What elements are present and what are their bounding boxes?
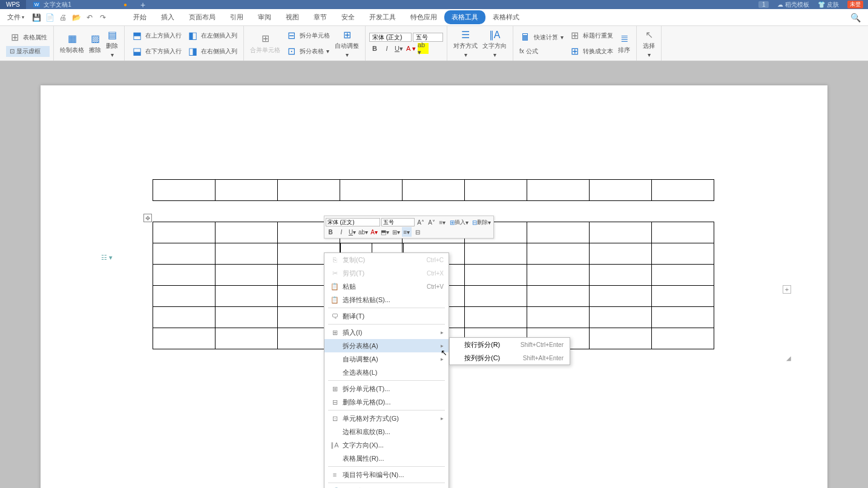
doc-icon: W (33, 2, 41, 7)
formula-button[interactable]: fx 公式 (517, 46, 566, 57)
ctx-cut: ✂ 剪切(T) Ctrl+X (324, 266, 449, 280)
split-table-button[interactable]: ⊡拆分表格 ▾ (283, 44, 332, 59)
redo-icon[interactable]: ↷ (98, 13, 108, 22)
mini-borders[interactable]: ⊞▾ (391, 227, 401, 237)
print-icon[interactable]: 🖨 (58, 13, 68, 22)
autofit-button[interactable]: ⊞自动调整 ▾ (332, 27, 361, 59)
tab-special[interactable]: 特色应用 (403, 10, 444, 24)
to-text-button[interactable]: ⊞转换成文本 (566, 44, 616, 59)
tab-insert[interactable]: 插入 (154, 10, 182, 24)
undo-icon[interactable]: ↶ (85, 13, 94, 22)
tab-table-tools[interactable]: 表格工具 (444, 10, 485, 24)
login-badge[interactable]: 未登 (847, 1, 863, 8)
tab-section[interactable]: 章节 (306, 10, 334, 24)
context-menu: ⎘ 复制(C) Ctrl+C ✂ 剪切(T) Ctrl+X 📋 粘贴 Ctrl+… (324, 252, 449, 488)
ctx-translate[interactable]: 🗨 翻译(T) (324, 309, 449, 323)
italic-button[interactable]: I (381, 43, 392, 54)
user-number[interactable]: 1 (758, 1, 769, 8)
mini-align[interactable]: ≡▾ (402, 227, 412, 237)
insert-row-below[interactable]: ⬓在下方插入行 (128, 44, 184, 59)
mini-italic[interactable]: I (337, 227, 346, 237)
ctx-bullets[interactable]: ≡ 项目符号和编号(N)... (324, 468, 449, 481)
tab-table-style[interactable]: 表格样式 (485, 10, 527, 24)
table-1[interactable] (153, 179, 714, 201)
file-menu[interactable]: 文件 ▾ (2, 12, 29, 23)
save-icon[interactable]: 💾 (31, 13, 41, 22)
titlebar: WPS W 文字文稿1 ● + 1 ☁ 稻壳模板 👕 皮肤 未登 (0, 0, 868, 9)
open-icon[interactable]: 📂 (71, 13, 81, 22)
table-move-handle[interactable]: ✥ (143, 214, 152, 222)
mini-bold[interactable]: B (326, 227, 335, 237)
quick-calc-button[interactable]: 🖩快速计算 ▾ (517, 30, 566, 45)
ctx-autofit[interactable]: 自动调整(A) ▸ (324, 352, 449, 366)
delete-button[interactable]: ▤删除 ▾ (104, 27, 120, 59)
draw-table-button[interactable]: ▦绘制表格 (58, 31, 87, 56)
mini-fontcolor[interactable]: A▾ (369, 227, 379, 237)
skin-link[interactable]: 👕 皮肤 (818, 1, 839, 9)
mini-shrink-font[interactable]: A˅ (427, 217, 436, 227)
text-dir-icon: ∥A (329, 441, 340, 449)
split-cell-icon: ⊞ (329, 385, 340, 393)
ctx-cell-align[interactable]: ⊡ 单元格对齐方式(G) ▸ (324, 412, 449, 425)
templates-link[interactable]: ☁ 稻壳模板 (777, 1, 809, 9)
mini-indent[interactable]: ⊟ (413, 227, 422, 237)
font-color-button[interactable]: A ▾ (406, 43, 416, 54)
outline-icon[interactable]: ☷ ▾ (101, 254, 113, 262)
insert-row-above[interactable]: ⬒在上方插入行 (128, 28, 184, 43)
ctx-split-cells[interactable]: ⊞ 拆分单元格(T)... (324, 382, 449, 395)
align-button[interactable]: ☰对齐方式 ▾ (451, 27, 480, 59)
ctx-paste[interactable]: 📋 粘贴 Ctrl+V (324, 280, 449, 293)
ctx-borders[interactable]: 边框和底纹(B)... (324, 425, 449, 438)
bold-button[interactable]: B (369, 43, 380, 54)
tab-start[interactable]: 开始 (126, 10, 154, 24)
ctx-insert[interactable]: ⊞ 插入(I) ▸ (324, 326, 449, 339)
search-icon[interactable]: 🔍 (850, 13, 866, 22)
mini-font-select[interactable] (326, 218, 380, 226)
add-column-button[interactable]: + (783, 285, 791, 294)
tab-security[interactable]: 安全 (334, 10, 362, 24)
mini-grow-font[interactable]: A˄ (416, 217, 426, 227)
tab-reference[interactable]: 引用 (223, 10, 251, 24)
direction-button[interactable]: ∥A文字方向 ▾ (480, 27, 509, 59)
mini-highlight[interactable]: ⬒▾ (380, 227, 390, 237)
table-props-button[interactable]: ⊞表格属性 (6, 30, 50, 45)
mini-strikethrough[interactable]: ab▾ (358, 227, 368, 237)
ctx-text-dir[interactable]: ∥A 文字方向(X)... (324, 438, 449, 452)
mini-linespace[interactable]: ≡▾ (438, 217, 447, 227)
insert-col-right[interactable]: ◨在右侧插入列 (184, 44, 240, 59)
highlight-button[interactable]: ab ▾ (418, 43, 429, 54)
mini-insert-button[interactable]: ⊞插入▾ (449, 217, 470, 227)
wps-app-tab[interactable]: WPS (0, 0, 26, 9)
print-preview-icon[interactable]: 📄 (45, 13, 54, 22)
delete-cell-icon: ⊟ (329, 398, 340, 406)
new-tab-button[interactable]: + (134, 0, 151, 9)
sort-button[interactable]: ≣排序 (616, 31, 633, 56)
cut-icon: ✂ (329, 269, 340, 277)
tab-review[interactable]: 审阅 (251, 10, 278, 24)
mouse-cursor: ↖ (441, 348, 447, 357)
select-button[interactable]: ↖选择 ▾ (640, 27, 657, 59)
tab-layout[interactable]: 页面布局 (182, 10, 223, 24)
tab-view[interactable]: 视图 (278, 10, 306, 24)
sub-split-by-col[interactable]: 按列拆分(C) Shift+Alt+Enter (450, 351, 570, 364)
show-frame-button[interactable]: ⊡ 显示虚框 (6, 46, 50, 57)
document-tab[interactable]: W 文字文稿1 ● (26, 0, 134, 9)
ctx-split-table[interactable]: 拆分表格(A) ▸ (324, 339, 449, 352)
mini-delete-button[interactable]: ⊟删除▾ (471, 217, 492, 227)
mini-toolbar: A˄ A˅ ≡▾ ⊞插入▾ ⊟删除▾ B I U▾ ab▾ A▾ ⬒▾ ⊞▾ ≡… (324, 216, 494, 239)
ctx-paste-special[interactable]: 📋 选择性粘贴(S)... (324, 293, 449, 306)
table-resize-handle[interactable]: ◢ (786, 355, 791, 361)
mini-size-select[interactable] (381, 218, 415, 226)
eraser-button[interactable]: ▨擦除 (87, 31, 104, 56)
ctx-hyperlink[interactable]: 🔗 超链接(H)... Ctrl+K (324, 484, 449, 488)
split-cells-button[interactable]: ⊟拆分单元格 (283, 28, 332, 43)
ctx-table-props[interactable]: 表格属性(R)... (324, 452, 449, 465)
ctx-select-all[interactable]: 全选表格(L) (324, 366, 449, 379)
sub-split-by-row[interactable]: 按行拆分(R) Shift+Ctrl+Enter (450, 338, 570, 351)
mini-underline[interactable]: U▾ (347, 227, 357, 237)
font-select[interactable] (369, 33, 412, 42)
underline-button[interactable]: U ▾ (393, 43, 404, 54)
tab-dev[interactable]: 开发工具 (362, 10, 403, 24)
insert-col-left[interactable]: ◧在左侧插入列 (184, 28, 240, 43)
ctx-delete-cells[interactable]: ⊟ 删除单元格(D)... (324, 395, 449, 409)
